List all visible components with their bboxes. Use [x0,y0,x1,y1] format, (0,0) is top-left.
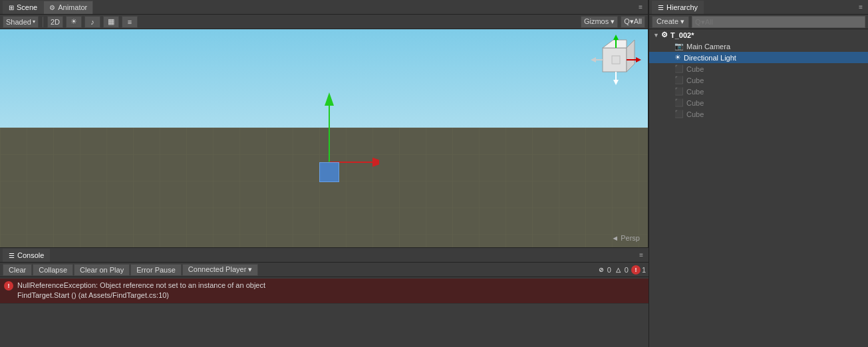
hierarchy-item-cube-3[interactable]: ⬛ Cube [649,86,868,97]
svg-marker-10 [636,57,641,62]
console-tab-bar: ☰ Console ≡ [0,248,649,263]
hierarchy-item-directional-light[interactable]: ☀ Directional Light [649,52,868,63]
audio-icon: ♪ [90,18,94,26]
cube-icon-2: ⬛ [674,76,684,84]
tab-hierarchy[interactable]: ☰ Hierarchy [652,1,704,14]
connected-player-button[interactable]: Connected Player ▾ [182,264,259,276]
svg-marker-6 [627,40,635,72]
layers-button[interactable]: ≡ [122,16,138,28]
hierarchy-item-cube-5[interactable]: ⬛ Cube [649,108,868,120]
svg-marker-1 [325,92,334,106]
info-count-badge: ! 1 [631,265,646,275]
collapse-button[interactable]: Collapse [33,264,73,276]
shaded-chevron: ▾ [33,19,35,25]
hierarchy-toolbar: Create ▾ [649,15,868,29]
cube-icon-5: ⬛ [674,110,684,118]
hierarchy-content: ▼ ⚙ T_002* 📷 Main Camera ☀ Directional L… [649,29,868,347]
svg-rect-15 [612,56,620,64]
error-pause-button[interactable]: Error Pause [130,264,182,276]
scene-panel: ⊞ Scene ⚙ Animator ≡ Shaded ▾ 2D [0,0,649,247]
scene-toolbar: Shaded ▾ 2D ☀ ♪ ▦ ≡ [0,15,648,29]
error-count-badge: ⊘ 0 [597,265,611,275]
clear-button[interactable]: Clear [3,264,32,276]
animator-icon: ⚙ [49,4,55,11]
create-button[interactable]: Create ▾ [652,16,689,28]
hierarchy-item-cube-2[interactable]: ⬛ Cube [649,74,868,86]
error-icon: ! [4,281,13,290]
audio-button[interactable]: ♪ [84,16,100,28]
tab-bar-menu[interactable]: ≡ [636,3,645,11]
console-message-text: NullReferenceException: Object reference… [17,281,265,301]
cube-icon-4: ⬛ [674,98,684,107]
camera-icon: 📷 [674,42,684,51]
image-icon: ▦ [108,17,114,26]
search-all-btn[interactable]: Q▾All [621,16,645,28]
hierarchy-item-root[interactable]: ▼ ⚙ T_002* [649,29,868,41]
hierarchy-panel: ☰ Hierarchy ≡ Create ▾ ▼ ⚙ T_002* [649,0,868,347]
hierarchy-item-main-camera[interactable]: 📷 Main Camera [649,41,868,52]
persp-label: ◄ Persp [611,234,640,242]
shaded-dropdown[interactable]: Shaded ▾ [3,16,39,28]
scene-viewport[interactable]: ◄ Persp [0,29,648,247]
hierarchy-item-cube-4[interactable]: ⬛ Cube [649,97,868,108]
svg-marker-5 [603,40,627,48]
console-toolbar: Clear Collapse Clear on Play Error Pause… [0,263,649,277]
count-group: ⊘ 0 △ 0 ! 1 [597,265,646,275]
cube-object [319,162,339,182]
scene-tab-bar: ⊞ Scene ⚙ Animator ≡ [0,0,648,15]
console-panel: ☰ Console ≡ Clear Collapse Clear on Play [0,247,649,347]
sun-button[interactable]: ☀ [66,16,82,28]
main-layout: ⊞ Scene ⚙ Animator ≡ Shaded ▾ 2D [0,0,868,347]
image-button[interactable]: ▦ [103,16,119,28]
tab-animator[interactable]: ⚙ Animator [43,1,93,14]
hierarchy-item-cube-1[interactable]: ⬛ Cube [649,63,868,74]
warning-count-badge: △ 0 [614,265,629,275]
scene-grid-icon: ⊞ [9,4,14,11]
layers-icon: ≡ [128,18,132,26]
left-panel: ⊞ Scene ⚙ Animator ≡ Shaded ▾ 2D [0,0,649,347]
scene-icon: ⚙ [661,31,668,39]
console-icon: ☰ [9,252,15,259]
clear-on-play-button[interactable]: Clear on Play [74,264,130,276]
tab-scene[interactable]: ⊞ Scene [3,1,43,14]
hierarchy-icon: ☰ [658,4,664,11]
svg-marker-12 [613,80,619,85]
hierarchy-tab-menu[interactable]: ≡ [856,3,865,11]
gizmos-dropdown[interactable]: Gizmos ▾ [581,16,618,28]
toolbar-sep1 [43,17,43,27]
console-content[interactable]: ! NullReferenceException: Object referen… [0,277,649,347]
console-error-message[interactable]: ! NullReferenceException: Object referen… [0,279,649,304]
svg-marker-8 [613,35,619,40]
light-icon: ☀ [674,53,681,62]
sun-icon: ☀ [71,17,77,26]
hierarchy-search-input[interactable] [692,16,865,28]
error-circle-icon: ⊘ [597,265,606,275]
hierarchy-tab-bar: ☰ Hierarchy ≡ [649,0,868,15]
svg-marker-14 [591,57,596,62]
tab-console[interactable]: ☰ Console [3,249,50,262]
expand-arrow-root: ▼ [653,32,658,39]
console-tab-menu[interactable]: ≡ [637,251,646,259]
twod-button[interactable]: 2D [47,16,63,28]
nav-gizmo[interactable] [589,35,643,88]
transform-gizmo [299,89,379,175]
cube-icon-3: ⬛ [674,87,684,96]
warning-triangle-icon: △ [614,265,623,275]
info-circle-icon: ! [631,265,641,275]
cube-icon-1: ⬛ [674,64,684,73]
svg-marker-3 [372,158,379,167]
